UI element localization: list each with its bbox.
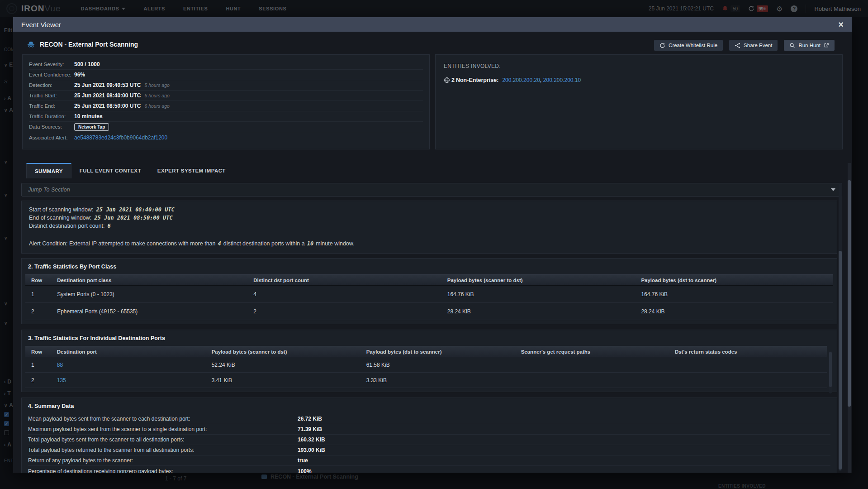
section-title: 3. Traffic Statistics For Individual Des… [22, 334, 837, 346]
detail-row: Traffic Duration:10 minutes [29, 111, 423, 122]
alert-condition-line: Alert Condition: External IP attempted t… [29, 240, 830, 248]
alert-condition-middle: distinct destination ports within a [223, 240, 305, 247]
content-scrollbar[interactable] [839, 183, 842, 471]
whitelist-rule-icon [659, 43, 665, 48]
run-hunt-button[interactable]: Run Hunt [784, 40, 835, 51]
data-source-chip[interactable]: Network Tap [74, 123, 109, 131]
summary-data-row: Return of any payload bytes to the scann… [28, 455, 830, 466]
table-cell: 88 [51, 362, 206, 368]
modal-scrollbar-thumb[interactable] [848, 180, 851, 407]
summary-data-row: Maximum payload bytes sent from the scan… [28, 424, 830, 435]
summary-data-value: 100% [298, 468, 830, 473]
associated-alert-link[interactable]: ae5488783ed24c3fb0b9064db2af1200 [74, 134, 167, 141]
table-cell: 164.76 KiB [441, 291, 636, 297]
tab-expert-system-impact[interactable]: EXPERT SYSTEM IMPACT [149, 163, 234, 178]
destination-port-link[interactable]: 135 [57, 377, 66, 384]
summary-data-label: Total payload bytes returned to the scan… [28, 447, 298, 453]
destination-port-table: RowDestination portPayload bytes (scanne… [22, 346, 837, 388]
share-event-button[interactable]: Share Event [729, 40, 778, 51]
table-cell: 135 [51, 377, 206, 384]
alert-condition-prefix: Alert Condition: External IP attempted t… [29, 240, 216, 247]
create-whitelist-rule-button[interactable]: Create Whitelist Rule [654, 40, 723, 51]
modal-header: Event Viewer × [13, 17, 852, 32]
summary-data-label: Mean payload bytes sent from the scanner… [28, 416, 298, 422]
table-cell: 1 [25, 291, 51, 297]
detail-row: Event Confidence:96% [29, 70, 423, 80]
summary-data-value: true [298, 457, 830, 464]
column-header: Payload bytes (scanner to dst) [441, 278, 636, 283]
detail-row: Data Sources:Network Tap [29, 122, 423, 132]
scanning-window-lines: Start of scanning window:25 Jun 2021 08:… [29, 206, 830, 230]
table-cell: 28.24 KiB [441, 308, 636, 315]
table-cell: 3.33 KiB [360, 377, 515, 384]
section-title: 4. Summary Data [22, 402, 837, 414]
jump-to-section-select[interactable]: Jump To Section [21, 183, 842, 197]
table-cell: 28.24 KiB [635, 308, 833, 315]
summary-data-row: Total payload bytes returned to the scan… [28, 445, 830, 455]
share-icon [735, 43, 740, 48]
relative-time-note: 6 hours ago [144, 93, 169, 98]
column-header: Destination port class [51, 278, 247, 283]
run-hunt-label: Run Hunt [798, 43, 821, 48]
column-header: Payload bytes (dst to scanner) [360, 349, 515, 355]
summary-data-label: Percentage of destinations receiving non… [28, 468, 298, 473]
event-title: RECON - External Port Scanning [40, 41, 138, 48]
scanning-window-panel: Start of scanning window:25 Jun 2021 08:… [21, 201, 837, 254]
detail-row: Associated Alert:ae5488783ed24c3fb0b9064… [29, 132, 423, 143]
tab-full-event-context[interactable]: FULL EVENT CONTEXT [71, 163, 149, 178]
table-header-row: RowDestination port classDistinct dst po… [25, 274, 833, 286]
summary-line-label: Start of scanning window: [29, 206, 93, 213]
table-row: 18852.24 KiB61.58 KiB [25, 357, 827, 373]
tab-summary[interactable]: SUMMARY [26, 163, 71, 178]
modal-title: Event Viewer [21, 21, 61, 29]
table-cell: 2 [25, 377, 51, 384]
summary-line-label: Distinct destination port count: [29, 223, 104, 229]
table-scrollbar-thumb[interactable] [829, 352, 832, 387]
traffic-by-destination-port-section: 3. Traffic Statistics For Individual Des… [21, 330, 837, 392]
share-event-label: Share Event [744, 43, 772, 48]
detail-value: 500 / 1000 [74, 61, 100, 67]
spacer [29, 230, 830, 240]
summary-data-label: Return of any payload bytes to the scann… [28, 457, 298, 464]
table-row: 21353.41 KiB3.33 KiB [25, 373, 827, 388]
create-whitelist-rule-label: Create Whitelist Rule [669, 43, 717, 48]
summary-data-row: Percentage of destinations receiving non… [28, 466, 830, 473]
entity-ip-link[interactable]: 200.200.200.10 [543, 77, 581, 83]
summary-data-rows: Mean payload bytes sent from the scanner… [28, 414, 830, 473]
entity-ip-link[interactable]: 200.200.200.20 [502, 77, 540, 83]
table-scrollbar[interactable] [829, 351, 832, 393]
summary-data-value: 193.00 KiB [298, 447, 830, 453]
detail-row: Event Severity:500 / 1000 [29, 59, 423, 70]
summary-data-section: 4. Summary Data Mean payload bytes sent … [21, 398, 837, 473]
summary-data-row: Mean payload bytes sent from the scanner… [28, 414, 830, 424]
summary-line: Start of scanning window:25 Jun 2021 08:… [29, 206, 830, 214]
table-cell: System Ports (0 - 1023) [51, 291, 247, 297]
detail-label: Event Confidence: [29, 72, 74, 77]
summary-tab-content: Start of scanning window:25 Jun 2021 08:… [21, 201, 837, 473]
entities-panel: ENTITIES INVOLVED: 2 Non-Enterprise: 200… [435, 54, 843, 149]
table-cell: 2 [25, 308, 51, 315]
detail-row: Detection:25 Jun 2021 09:40:53 UTC5 hour… [29, 80, 423, 91]
event-title-row: RECON - External Port Scanning [27, 41, 138, 48]
summary-line-label: End of scanning window: [29, 215, 91, 221]
event-tabs: SUMMARYFULL EVENT CONTEXTEXPERT SYSTEM I… [26, 163, 234, 178]
table-cell: 1 [25, 362, 51, 368]
event-viewer-modal: Event Viewer × RECON - External Port Sca… [13, 17, 852, 473]
summary-data-label: Total payload bytes sent from the scanne… [28, 436, 298, 443]
content-scrollbar-thumb[interactable] [839, 251, 842, 470]
summary-data-value: 71.39 KiB [298, 426, 830, 432]
summary-line: Distinct destination port count:6 [29, 222, 830, 230]
close-icon[interactable]: × [838, 20, 844, 29]
destination-port-link[interactable]: 88 [57, 362, 63, 368]
hunt-magnifier-icon [789, 43, 795, 48]
summary-data-value: 160.32 KiB [298, 436, 830, 443]
port-class-table: RowDestination port classDistinct dst po… [22, 274, 837, 320]
modal-scrollbar[interactable] [848, 163, 851, 473]
column-header: Payload bytes (scanner to dst) [206, 349, 360, 355]
recon-spy-icon [27, 41, 35, 48]
column-header: Dst's return status codes [669, 349, 827, 355]
event-details-panel: Event Severity:500 / 1000Event Confidenc… [22, 54, 430, 149]
entity-links: 200.200.200.20, 200.200.200.10 [502, 77, 581, 83]
detail-value: 10 minutes [74, 113, 103, 120]
column-header: Distinct dst port count [247, 278, 441, 283]
